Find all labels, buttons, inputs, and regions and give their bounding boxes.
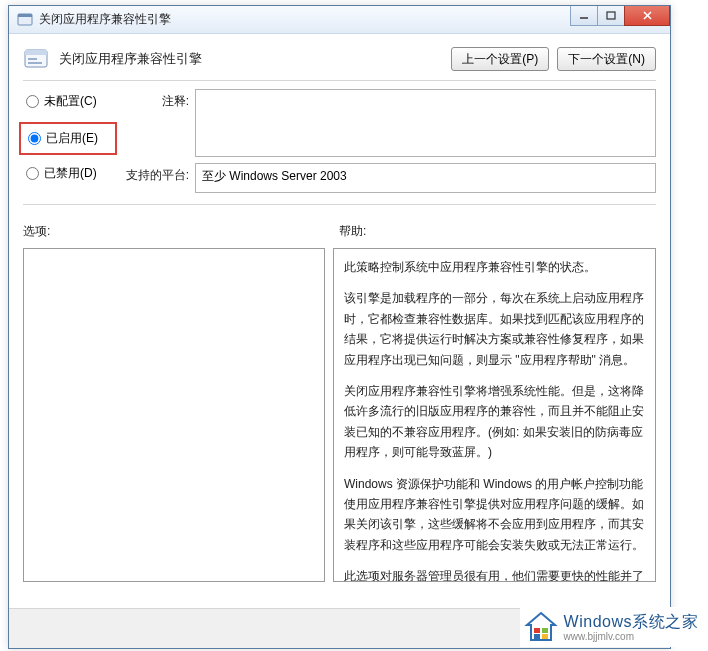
options-panel — [23, 248, 325, 582]
radio-not-configured-input[interactable] — [26, 95, 39, 108]
svg-rect-9 — [28, 62, 42, 64]
header-row: 关闭应用程序兼容性引擎 上一个设置(P) 下一个设置(N) — [9, 34, 670, 80]
comment-row: 注释: — [123, 89, 656, 157]
radio-disabled-input[interactable] — [26, 167, 39, 180]
svg-marker-10 — [527, 613, 555, 640]
watermark: Windows系统之家 www.bjjmlv.com — [520, 607, 702, 647]
maximize-button[interactable] — [597, 6, 625, 26]
help-paragraph: 此选项对服务器管理员很有用，他们需要更快的性能并了解他们所用应用程序的兼容性。对… — [344, 566, 645, 582]
svg-rect-1 — [18, 14, 32, 17]
help-paragraph: 此策略控制系统中应用程序兼容性引擎的状态。 — [344, 257, 645, 277]
app-icon — [17, 12, 33, 28]
help-label: 帮助: — [339, 223, 366, 240]
house-icon — [524, 610, 558, 644]
minimize-button[interactable] — [570, 6, 598, 26]
platform-value: 至少 Windows Server 2003 — [195, 163, 656, 193]
svg-rect-12 — [542, 628, 548, 633]
section-labels: 选项: 帮助: — [9, 205, 670, 244]
fields-column: 注释: 支持的平台: 至少 Windows Server 2003 — [123, 89, 656, 194]
radio-not-configured[interactable]: 未配置(C) — [23, 91, 115, 112]
svg-rect-11 — [534, 628, 540, 633]
svg-rect-13 — [534, 634, 540, 639]
highlight-box: 已启用(E) — [19, 122, 117, 155]
radio-label: 已启用(E) — [46, 130, 98, 147]
help-paragraph: 关闭应用程序兼容性引擎将增强系统性能。但是，这将降低许多流行的旧版应用程序的兼容… — [344, 381, 645, 463]
next-setting-button[interactable]: 下一个设置(N) — [557, 47, 656, 71]
radio-enabled-input[interactable] — [28, 132, 41, 145]
svg-rect-8 — [28, 58, 37, 60]
radio-label: 未配置(C) — [44, 93, 97, 110]
svg-rect-3 — [607, 12, 615, 19]
radio-group: 未配置(C) 已启用(E) 已禁用(D) — [23, 89, 115, 194]
window-controls — [571, 6, 670, 26]
help-paragraph: 该引擎是加载程序的一部分，每次在系统上启动应用程序时，它都检查兼容性数据库。如果… — [344, 288, 645, 370]
dialog-window: 关闭应用程序兼容性引擎 关闭应用程序兼容性引擎 上一个设置(P) 下一个设置(N… — [8, 5, 671, 649]
window-title: 关闭应用程序兼容性引擎 — [39, 11, 171, 28]
titlebar[interactable]: 关闭应用程序兼容性引擎 — [9, 6, 670, 34]
svg-rect-14 — [542, 634, 548, 639]
comment-label: 注释: — [123, 89, 189, 110]
panels-row: 此策略控制系统中应用程序兼容性引擎的状态。 该引擎是加载程序的一部分，每次在系统… — [9, 244, 670, 582]
watermark-brand: Windows系统之家 — [564, 612, 698, 633]
nav-buttons: 上一个设置(P) 下一个设置(N) — [451, 47, 656, 71]
policy-title: 关闭应用程序兼容性引擎 — [59, 50, 202, 68]
help-paragraph: Windows 资源保护功能和 Windows 的用户帐户控制功能使用应用程序兼… — [344, 474, 645, 556]
config-area: 未配置(C) 已启用(E) 已禁用(D) 注释: 支持的平台: 至少 Windo… — [9, 81, 670, 198]
policy-icon — [23, 46, 49, 72]
previous-setting-button[interactable]: 上一个设置(P) — [451, 47, 549, 71]
svg-rect-7 — [25, 50, 47, 55]
close-button[interactable] — [624, 6, 670, 26]
platform-label: 支持的平台: — [123, 163, 189, 184]
radio-disabled[interactable]: 已禁用(D) — [23, 163, 115, 184]
radio-enabled[interactable]: 已启用(E) — [25, 128, 111, 149]
radio-label: 已禁用(D) — [44, 165, 97, 182]
options-label: 选项: — [23, 223, 325, 240]
help-panel[interactable]: 此策略控制系统中应用程序兼容性引擎的状态。 该引擎是加载程序的一部分，每次在系统… — [333, 248, 656, 582]
watermark-text: Windows系统之家 www.bjjmlv.com — [564, 612, 698, 642]
platform-row: 支持的平台: 至少 Windows Server 2003 — [123, 163, 656, 193]
comment-input[interactable] — [195, 89, 656, 157]
